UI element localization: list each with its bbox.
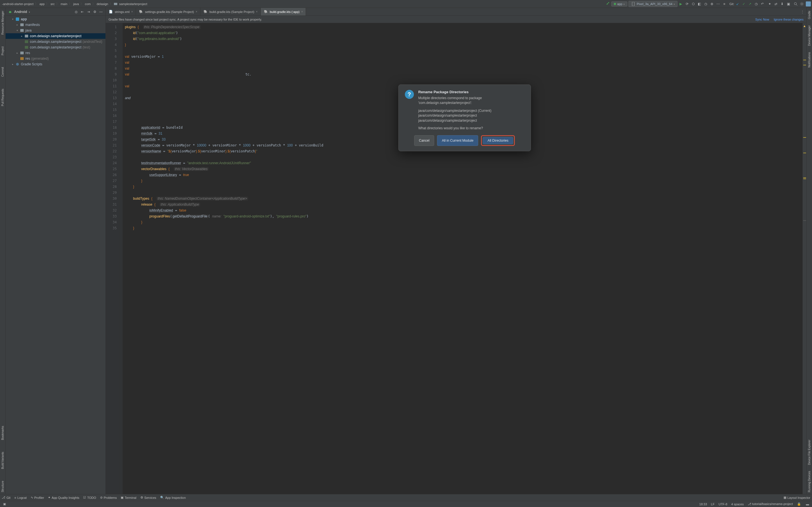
line-ending[interactable]: LF — [711, 503, 715, 506]
bottom-tab-services[interactable]: ⚙Services — [140, 496, 156, 499]
run-config-label: app — [617, 2, 622, 6]
attach-icon[interactable]: ⊕ — [710, 2, 714, 6]
rail-structure[interactable]: Structure — [1, 479, 4, 494]
tree-node-app[interactable]: ▾app — [6, 16, 105, 22]
device-selector[interactable]: Pixel_3a_API_33_x86_64 — [628, 1, 677, 7]
breadcrumb-item[interactable]: com — [84, 2, 92, 6]
stop-icon[interactable]: ■ — [722, 2, 726, 6]
stripe-mark[interactable] — [803, 60, 806, 60]
coverage-icon[interactable]: ◧ — [697, 2, 702, 6]
rollback-icon[interactable]: ↶ — [760, 2, 765, 6]
lock-icon[interactable]: 🔒 — [797, 502, 801, 506]
close-icon[interactable]: × — [256, 10, 258, 13]
vcs-commit-icon[interactable]: ✓ — [742, 2, 746, 6]
close-icon[interactable]: × — [196, 10, 197, 13]
bottom-tab-layout-inspector[interactable]: ▦Layout Inspector — [783, 496, 810, 499]
rail-bookmarks[interactable]: Bookmarks — [1, 424, 4, 442]
run-configuration[interactable]: app — [611, 1, 627, 6]
profile-icon[interactable]: ◷ — [703, 2, 708, 6]
avd-icon[interactable]: ▣ — [786, 2, 791, 6]
tab-build-gradle-app[interactable]: 🐘build.gradle.kts (:app)× — [261, 8, 306, 15]
bottom-tab-logcat[interactable]: ≡Logcat — [14, 496, 27, 499]
hide-icon[interactable]: — — [99, 10, 103, 14]
bottom-tab-app-inspection[interactable]: 🔍App Inspection — [160, 496, 186, 499]
rail-pull-requests[interactable]: Pull Requests — [1, 87, 4, 108]
collapse-icon[interactable]: ⇤ — [80, 10, 85, 14]
tab-build-gradle-project[interactable]: 🐘build.gradle.kts (Sample Project)× — [200, 8, 261, 15]
tab-overflow-icon[interactable]: ⋮ — [799, 10, 806, 14]
rail-device-file-explorer[interactable]: Device File Explorer — [808, 438, 811, 466]
tool-window-icon[interactable]: ▣ — [2, 502, 7, 506]
stripe-mark[interactable] — [803, 153, 806, 153]
bottom-tab-profiler[interactable]: ∿Profiler — [31, 496, 44, 499]
bottom-tab-todo[interactable]: ☑TODO — [83, 496, 96, 499]
search-icon[interactable] — [794, 2, 798, 6]
git-branch[interactable]: ⎇ tutorial/basics/rename-project — [748, 502, 793, 506]
target-icon[interactable]: ◎ — [74, 10, 79, 14]
bottom-tab-terminal[interactable]: ▣Terminal — [121, 496, 137, 499]
tree-node-java[interactable]: ▾java — [6, 27, 105, 33]
apply-changes-icon[interactable]: ⟳ — [685, 2, 689, 6]
ignore-changes-link[interactable]: Ignore these changes — [774, 18, 804, 21]
rail-build-variants[interactable]: Build Variants — [1, 450, 4, 471]
indent[interactable]: 4 spaces — [731, 503, 744, 506]
tree-node-manifests[interactable]: ▸manifests — [6, 22, 105, 27]
tab-strings-xml[interactable]: 📄strings.xml× — [106, 8, 136, 15]
tree-node-package-androidtest[interactable]: com.delasign.samplestarterproject (andro… — [6, 39, 105, 45]
run-icon[interactable]: ▶ — [679, 2, 683, 6]
cancel-button[interactable]: Cancel — [414, 135, 434, 146]
rail-device-manager[interactable]: Device Manager — [808, 24, 811, 48]
vcs-update-icon[interactable]: ↙ — [735, 2, 740, 6]
stripe-mark[interactable] — [803, 177, 806, 178]
error-stripe[interactable]: ▲ — [802, 23, 806, 494]
gear-icon[interactable]: ⚙ — [93, 10, 97, 14]
breadcrumb-item[interactable]: -android-starter-project — [1, 2, 35, 6]
sync-icon[interactable]: ⇄ — [774, 2, 778, 6]
stripe-mark[interactable] — [803, 65, 806, 65]
memory-icon[interactable]: ▬ — [805, 502, 810, 506]
tree-node-res-gen[interactable]: res (generated) — [6, 56, 105, 61]
breadcrumb-item[interactable]: src — [50, 2, 56, 6]
bottom-tab-problems[interactable]: ⊘Problems — [100, 496, 117, 499]
sdk-icon[interactable]: ⬇ — [780, 2, 784, 6]
all-directories-button[interactable]: All Directories — [483, 137, 513, 144]
stripe-mark[interactable] — [803, 220, 806, 221]
breadcrumb-item[interactable]: main — [60, 2, 68, 6]
assist-icon[interactable]: ✦ — [767, 2, 772, 6]
breadcrumb-item[interactable]: java — [72, 2, 80, 6]
debug-icon[interactable] — [691, 2, 696, 6]
hammer-icon[interactable] — [606, 2, 610, 6]
project-view-title[interactable]: Android — [14, 10, 27, 14]
caret-position[interactable]: 18:33 — [699, 503, 707, 506]
rail-notifications[interactable]: Notifications — [808, 50, 811, 69]
vcs-push-icon[interactable]: ↗ — [748, 2, 752, 6]
sync-now-link[interactable]: Sync Now — [755, 18, 769, 21]
tree-node-package-test[interactable]: com.delasign.samplestarterproject (test) — [6, 45, 105, 50]
breadcrumb-item[interactable]: app — [39, 2, 45, 6]
bottom-tab-quality[interactable]: ✦App Quality Insights — [48, 496, 79, 499]
bottom-tab-git[interactable]: ⎇Git — [2, 496, 10, 499]
history-icon[interactable]: ◷ — [754, 2, 758, 6]
rail-project[interactable]: Project — [1, 45, 4, 57]
settings-icon[interactable] — [800, 2, 804, 6]
chevron-down-icon[interactable] — [29, 10, 30, 14]
more-icon[interactable]: ⋯ — [716, 2, 720, 6]
tab-settings-gradle[interactable]: 🐘settings.gradle.kts (Sample Project)× — [136, 8, 200, 15]
rail-resource-manager[interactable]: Resource Manager — [1, 9, 4, 36]
expand-icon[interactable]: ⇥ — [86, 10, 91, 14]
tree-node-res[interactable]: ▸res — [6, 50, 105, 56]
all-current-module-button[interactable]: All in Current Module — [437, 135, 478, 146]
breadcrumb-item[interactable]: samplestarterproject — [118, 2, 148, 6]
stripe-mark[interactable] — [803, 137, 806, 138]
breadcrumb-item[interactable]: delasign — [96, 2, 109, 6]
tree-node-package[interactable]: ▸com.delasign.samplestarterproject — [6, 33, 105, 39]
rail-commit[interactable]: Commit — [1, 65, 4, 78]
rail-running-devices[interactable]: Running Devices — [808, 469, 811, 494]
stripe-mark[interactable] — [803, 179, 806, 179]
close-icon[interactable]: × — [132, 10, 133, 13]
avatar[interactable] — [806, 1, 811, 6]
encoding[interactable]: UTF-8 — [718, 503, 727, 506]
rail-gradle[interactable]: Gradle — [808, 9, 811, 21]
close-icon[interactable]: × — [301, 10, 303, 13]
tree-node-gradle-scripts[interactable]: ▸Gradle Scripts — [6, 61, 105, 67]
